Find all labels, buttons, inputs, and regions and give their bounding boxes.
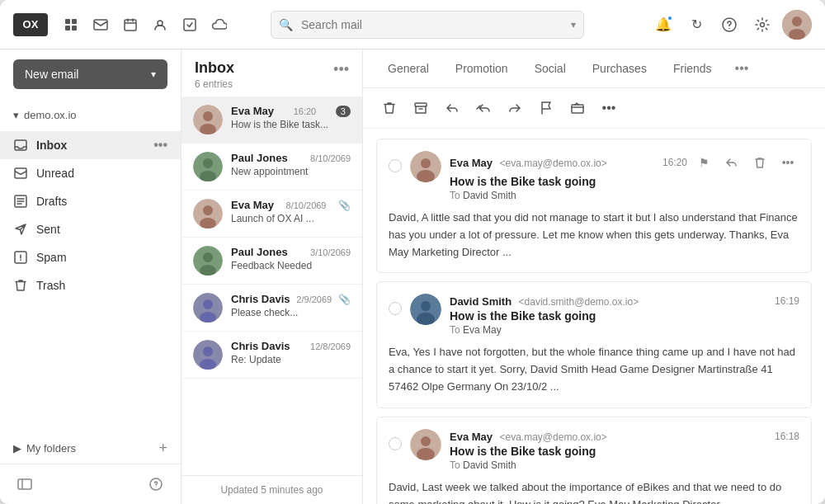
avatar[interactable] bbox=[782, 10, 812, 40]
my-folders-section: ▶ My folders + bbox=[0, 433, 181, 464]
notification-icon[interactable]: 🔔 bbox=[650, 12, 676, 38]
settings-icon[interactable] bbox=[749, 12, 776, 38]
forward-button[interactable] bbox=[502, 95, 528, 121]
archive-button[interactable] bbox=[408, 95, 434, 121]
more-actions-button[interactable]: ••• bbox=[596, 95, 622, 121]
reply-all-button[interactable] bbox=[470, 95, 497, 121]
svg-rect-2 bbox=[65, 26, 70, 31]
search-dropdown-icon[interactable]: ▾ bbox=[571, 19, 576, 31]
thread-meta: David Smith <david.smith@demo.ox.io> 16:… bbox=[450, 294, 799, 336]
calendar-icon[interactable] bbox=[117, 12, 144, 38]
email-item[interactable]: Paul Jones 3/10/2069 Feedback Needed bbox=[182, 238, 362, 285]
thread-select-circle[interactable] bbox=[389, 437, 402, 450]
thread-flag-button[interactable]: ⚑ bbox=[692, 151, 715, 174]
mail-icon[interactable] bbox=[87, 12, 114, 38]
email-list-more-icon[interactable]: ••• bbox=[333, 61, 349, 78]
nav-items: Inbox ••• Unread Drafts bbox=[0, 131, 181, 433]
svg-point-10 bbox=[761, 22, 765, 26]
avatar bbox=[193, 199, 223, 228]
sidebar-help-icon[interactable] bbox=[144, 473, 167, 496]
tabs-more-icon[interactable]: ••• bbox=[730, 49, 754, 87]
svg-point-9 bbox=[728, 27, 730, 29]
search-input[interactable] bbox=[271, 11, 584, 39]
svg-point-45 bbox=[421, 301, 431, 311]
svg-point-42 bbox=[421, 158, 431, 168]
sidebar-item-spam[interactable]: Spam bbox=[0, 243, 181, 271]
email-item[interactable]: Eva May 8/10/2069 📎 Launch of OX AI ... bbox=[182, 191, 362, 238]
attachment-icon: 📎 bbox=[338, 200, 351, 211]
grid-icon[interactable] bbox=[58, 12, 84, 38]
sidebar-bottom bbox=[0, 464, 181, 504]
svg-rect-18 bbox=[18, 479, 31, 489]
svg-point-31 bbox=[203, 252, 213, 262]
thread-meta: Eva May <eva.may@demo.ox.io> 16:20 ⚑ bbox=[450, 151, 799, 201]
inbox-title: Inbox bbox=[195, 59, 234, 77]
svg-rect-5 bbox=[125, 20, 136, 31]
svg-point-37 bbox=[203, 346, 213, 356]
email-body: Eva May 16:20 3 How is the Bike task... bbox=[231, 105, 351, 130]
delete-button[interactable] bbox=[376, 95, 403, 121]
reply-button[interactable] bbox=[439, 95, 465, 121]
flag-button[interactable] bbox=[533, 95, 559, 121]
thread-avatar bbox=[410, 294, 441, 325]
tab-social[interactable]: Social bbox=[523, 50, 578, 87]
search-bar: 🔍 ▾ bbox=[271, 11, 584, 39]
new-email-chevron-icon: ▾ bbox=[151, 68, 156, 80]
svg-rect-4 bbox=[94, 20, 107, 30]
sidebar-item-drafts[interactable]: Drafts bbox=[0, 187, 181, 215]
email-item[interactable]: Eva May 16:20 3 How is the Bike task... bbox=[182, 97, 362, 144]
thread-select-circle[interactable] bbox=[389, 302, 402, 315]
email-item[interactable]: Paul Jones 8/10/2069 New appointment bbox=[182, 144, 362, 191]
email-list-panel: Inbox 6 entries ••• Eva May 16:20 3 bbox=[182, 49, 363, 504]
help-icon[interactable] bbox=[716, 12, 742, 38]
sidebar-item-trash[interactable]: Trash bbox=[0, 271, 181, 299]
svg-rect-39 bbox=[415, 103, 427, 106]
sidebar-item-inbox[interactable]: Inbox ••• bbox=[0, 131, 181, 159]
email-items: Eva May 16:20 3 How is the Bike task... bbox=[182, 97, 362, 475]
cloud-icon[interactable] bbox=[206, 12, 233, 38]
avatar bbox=[193, 152, 223, 181]
svg-rect-0 bbox=[65, 19, 70, 24]
svg-point-6 bbox=[158, 21, 163, 26]
task-icon[interactable] bbox=[177, 12, 203, 38]
contact-icon[interactable] bbox=[147, 12, 173, 38]
tab-general[interactable]: General bbox=[376, 50, 441, 87]
thread-more-button[interactable]: ••• bbox=[776, 151, 799, 174]
new-email-button[interactable]: New email ▾ bbox=[13, 59, 167, 89]
tab-promotion[interactable]: Promotion bbox=[444, 50, 520, 87]
add-folder-button[interactable]: + bbox=[158, 440, 167, 457]
email-item[interactable]: Chris Davis 2/9/2069 📎 Please check... bbox=[182, 285, 362, 332]
move-button[interactable] bbox=[564, 95, 591, 121]
refresh-icon[interactable]: ↻ bbox=[683, 12, 710, 38]
my-folders-label[interactable]: ▶ My folders bbox=[13, 442, 76, 455]
thread-delete-button[interactable] bbox=[748, 151, 771, 174]
email-thread: Eva May <eva.may@demo.ox.io> 16:20 ⚑ bbox=[363, 129, 825, 504]
tab-purchases[interactable]: Purchases bbox=[581, 50, 658, 87]
thread-avatar bbox=[410, 151, 441, 182]
avatar bbox=[193, 293, 223, 323]
svg-rect-40 bbox=[572, 105, 583, 113]
email-list-header: Inbox 6 entries ••• bbox=[182, 49, 362, 97]
topbar: OX 🔍 ▾ bbox=[0, 0, 825, 49]
svg-point-20 bbox=[155, 486, 156, 487]
sidebar-panel-icon[interactable] bbox=[13, 473, 36, 496]
notification-dot bbox=[667, 15, 673, 21]
unread-icon bbox=[13, 166, 28, 181]
sidebar-item-sent[interactable]: Sent bbox=[0, 215, 181, 243]
thread-reply-button[interactable] bbox=[720, 151, 743, 174]
spam-icon bbox=[13, 250, 28, 265]
svg-rect-15 bbox=[15, 168, 26, 178]
main-content: New email ▾ ▾ demo.ox.io Inbox ••• bbox=[0, 49, 825, 504]
trash-icon bbox=[13, 278, 28, 293]
thread-header: Eva May <eva.may@demo.ox.io> 16:20 ⚑ bbox=[389, 151, 799, 201]
tab-friends[interactable]: Friends bbox=[662, 50, 724, 87]
svg-point-25 bbox=[203, 158, 213, 168]
topbar-app-icons bbox=[58, 12, 233, 38]
app-window: OX 🔍 ▾ bbox=[0, 0, 825, 504]
thread-select-circle[interactable] bbox=[389, 159, 402, 172]
email-item[interactable]: Chris Davis 12/8/2069 Re: Update bbox=[182, 332, 362, 379]
email-actions-bar: ••• bbox=[363, 88, 825, 129]
account-label[interactable]: ▾ demo.ox.io bbox=[13, 106, 167, 125]
sidebar-item-unread[interactable]: Unread bbox=[0, 159, 181, 187]
inbox-more-icon[interactable]: ••• bbox=[153, 138, 167, 153]
